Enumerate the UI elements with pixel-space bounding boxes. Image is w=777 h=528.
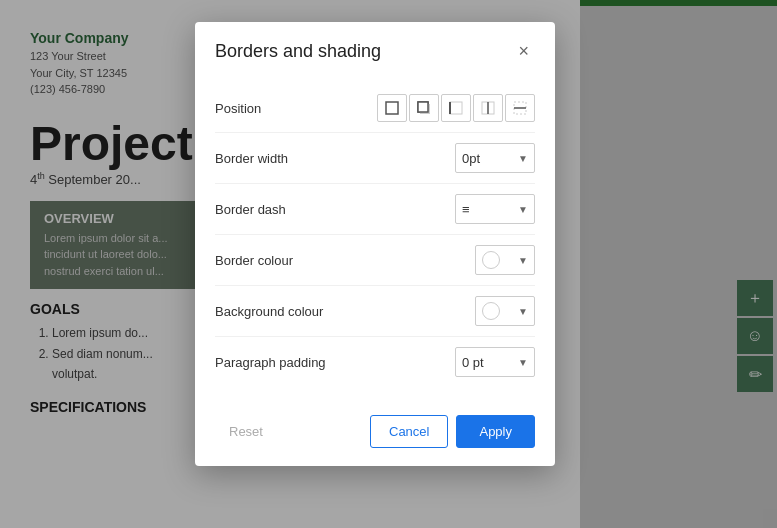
background-colour-dropdown[interactable]: ▼ [475, 296, 535, 326]
border-width-dropdown[interactable]: 0pt ▼ [455, 143, 535, 173]
svg-rect-0 [386, 102, 398, 114]
border-width-value: 0pt [462, 151, 480, 166]
borders-shading-dialog: Borders and shading × Position [195, 22, 555, 466]
reset-button[interactable]: Reset [215, 416, 277, 447]
border-dash-label: Border dash [215, 202, 345, 217]
border-left-button[interactable] [441, 94, 471, 122]
background-colour-circle [482, 302, 500, 320]
dialog-close-button[interactable]: × [512, 40, 535, 62]
background-colour-label: Background colour [215, 304, 345, 319]
cancel-button[interactable]: Cancel [370, 415, 448, 448]
svg-rect-3 [418, 102, 428, 112]
border-colour-control: ▼ [475, 245, 535, 275]
background-colour-control: ▼ [475, 296, 535, 326]
apply-button[interactable]: Apply [456, 415, 535, 448]
border-dash-dropdown[interactable]: ≡ ▼ [455, 194, 535, 224]
border-dash-arrow-icon: ▼ [518, 204, 528, 215]
border-dash-icon: ≡ [462, 202, 469, 217]
border-none-button[interactable] [505, 94, 535, 122]
dialog-title: Borders and shading [215, 41, 381, 62]
border-dash-row: Border dash ≡ ▼ [215, 184, 535, 235]
background-colour-arrow-icon: ▼ [518, 306, 528, 317]
border-width-arrow-icon: ▼ [518, 153, 528, 164]
paragraph-padding-arrow-icon: ▼ [518, 357, 528, 368]
dialog-body: Position [195, 76, 555, 403]
border-colour-circle [482, 251, 500, 269]
border-colour-row: Border colour ▼ [215, 235, 535, 286]
border-width-control: 0pt ▼ [455, 143, 535, 173]
border-shadow-button[interactable] [409, 94, 439, 122]
svg-rect-4 [450, 102, 462, 114]
border-colour-label: Border colour [215, 253, 345, 268]
dialog-header: Borders and shading × [195, 22, 555, 76]
border-dash-control: ≡ ▼ [455, 194, 535, 224]
border-width-label: Border width [215, 151, 345, 166]
paragraph-padding-control: 0 pt ▼ [455, 347, 535, 377]
paragraph-padding-row: Paragraph padding 0 pt ▼ [215, 337, 535, 387]
paragraph-padding-label: Paragraph padding [215, 355, 345, 370]
paragraph-padding-value: 0 pt [462, 355, 484, 370]
background-colour-row: Background colour ▼ [215, 286, 535, 337]
paragraph-padding-dropdown[interactable]: 0 pt ▼ [455, 347, 535, 377]
border-colour-dropdown[interactable]: ▼ [475, 245, 535, 275]
border-all-sides-button[interactable] [377, 94, 407, 122]
position-label: Position [215, 101, 345, 116]
dialog-footer: Reset Cancel Apply [195, 403, 555, 466]
position-row: Position [215, 84, 535, 133]
border-width-row: Border width 0pt ▼ [215, 133, 535, 184]
border-colour-arrow-icon: ▼ [518, 255, 528, 266]
position-buttons [377, 94, 535, 122]
border-between-button[interactable] [473, 94, 503, 122]
